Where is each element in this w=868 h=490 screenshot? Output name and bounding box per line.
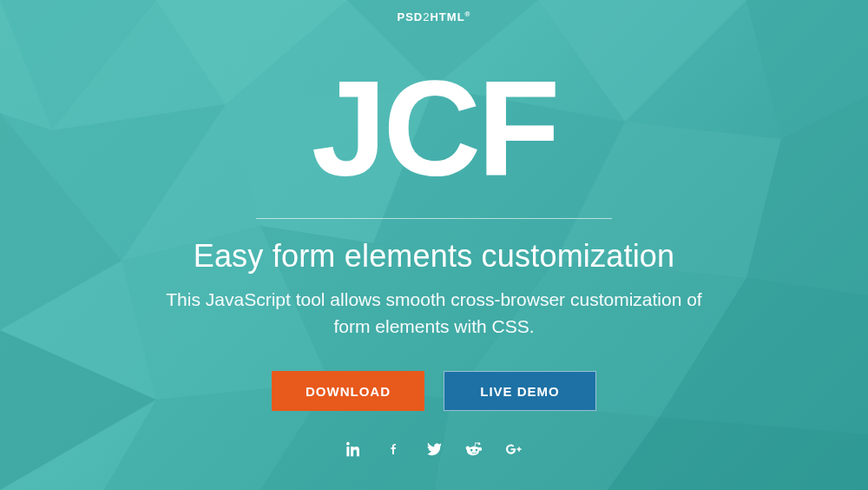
divider: [256, 218, 612, 219]
facebook-icon[interactable]: [385, 440, 403, 458]
social-row: [345, 440, 523, 458]
subheadline: This JavaScript tool allows smooth cross…: [165, 287, 703, 340]
brand-seg-2: 2: [423, 10, 430, 23]
brand-logo[interactable]: PSD2HTML®: [398, 10, 471, 23]
twitter-icon[interactable]: [425, 440, 443, 458]
product-title: JCF: [312, 60, 557, 195]
brand-registered: ®: [465, 10, 471, 18]
linkedin-icon[interactable]: [345, 440, 363, 458]
brand-seg-1: PSD: [398, 10, 424, 23]
reddit-icon[interactable]: [465, 440, 483, 458]
brand-seg-3: HTML: [430, 10, 464, 23]
download-button[interactable]: DOWNLOAD: [272, 371, 424, 411]
live-demo-button[interactable]: LIVE DEMO: [444, 371, 596, 411]
google-plus-icon[interactable]: [505, 440, 523, 458]
button-row: DOWNLOAD LIVE DEMO: [272, 371, 596, 411]
hero-section: PSD2HTML® JCF Easy form elements customi…: [0, 0, 868, 490]
headline: Easy form elements customization: [194, 238, 675, 275]
